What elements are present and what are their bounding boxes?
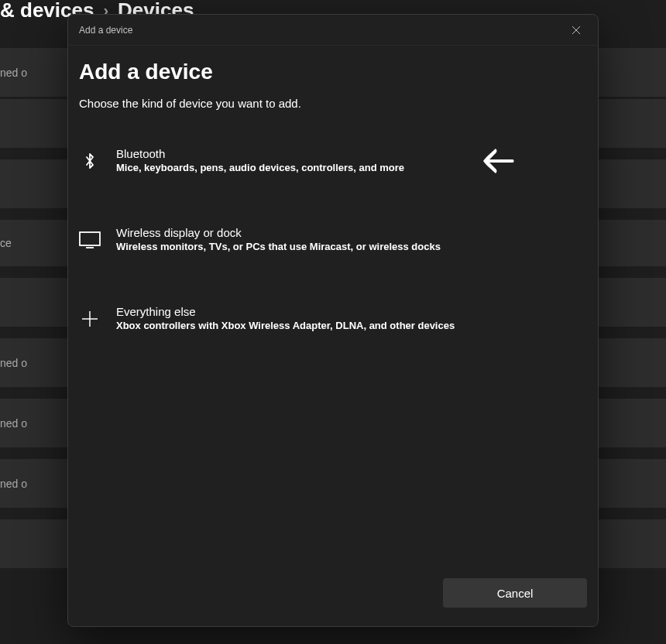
plus-icon bbox=[79, 308, 101, 330]
dialog-titlebar: Add a device bbox=[68, 15, 598, 46]
option-text: Bluetooth Mice, keyboards, pens, audio d… bbox=[116, 147, 587, 173]
option-bluetooth[interactable]: Bluetooth Mice, keyboards, pens, audio d… bbox=[79, 141, 587, 180]
option-desc: Wireless monitors, TVs, or PCs that use … bbox=[116, 241, 587, 252]
option-text: Wireless display or dock Wireless monito… bbox=[116, 226, 587, 252]
pointer-arrow-icon bbox=[482, 146, 516, 180]
display-icon bbox=[79, 229, 101, 251]
option-wireless-display[interactable]: Wireless display or dock Wireless monito… bbox=[79, 220, 587, 259]
dialog-subtext: Choose the kind of device you want to ad… bbox=[79, 97, 587, 110]
add-device-dialog: Add a device Add a device Choose the kin… bbox=[67, 14, 599, 627]
option-title: Bluetooth bbox=[116, 147, 587, 160]
cancel-button[interactable]: Cancel bbox=[443, 578, 587, 608]
option-title: Everything else bbox=[116, 305, 587, 318]
dialog-footer: Cancel bbox=[68, 578, 598, 626]
modal-overlay: Add a device Add a device Choose the kin… bbox=[0, 0, 666, 644]
svg-rect-0 bbox=[80, 232, 100, 245]
dialog-body: Add a device Choose the kind of device y… bbox=[68, 46, 598, 578]
option-desc: Xbox controllers with Xbox Wireless Adap… bbox=[116, 320, 587, 331]
bluetooth-icon bbox=[79, 150, 101, 172]
dialog-heading: Add a device bbox=[79, 60, 587, 84]
option-everything-else[interactable]: Everything else Xbox controllers with Xb… bbox=[79, 299, 587, 337]
option-text: Everything else Xbox controllers with Xb… bbox=[116, 305, 587, 331]
dialog-title: Add a device bbox=[79, 25, 132, 36]
option-title: Wireless display or dock bbox=[116, 226, 587, 239]
close-icon bbox=[572, 26, 581, 35]
close-button[interactable] bbox=[565, 19, 587, 41]
option-desc: Mice, keyboards, pens, audio devices, co… bbox=[116, 162, 587, 173]
